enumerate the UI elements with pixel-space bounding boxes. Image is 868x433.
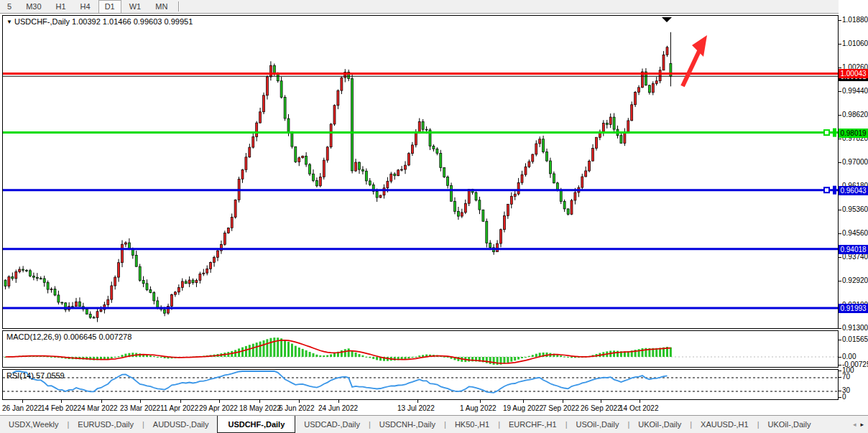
tab-xauusd-h1[interactable]: XAUUSD-,H1 <box>692 416 757 433</box>
time-tick-mark <box>140 400 141 403</box>
rsi-name: RSI(14) <box>6 371 34 380</box>
time-tick-mark <box>101 400 102 403</box>
tab-scroll-left-icon[interactable]: ◂ <box>853 421 857 428</box>
date-label: 19 Aug 2022 <box>503 404 543 412</box>
time-tick-mark <box>640 400 640 403</box>
timeframe-button-w1[interactable]: W1 <box>123 0 148 14</box>
time-tick-mark <box>523 400 524 403</box>
date-label: 1 Aug 2022 <box>460 404 497 412</box>
hline-end-stub[interactable] <box>833 129 836 137</box>
up-arrow-annotation[interactable] <box>683 50 700 86</box>
rsi-axis-label: 0 <box>842 393 846 401</box>
hline-price-badge: 1.00043 <box>839 69 868 78</box>
time-tick-mark <box>480 400 481 403</box>
date-label: 14 Feb 2022 <box>41 404 81 412</box>
axis-tick-mark <box>839 91 841 92</box>
price-tick-label: 0.94560 <box>842 229 868 237</box>
macd-name: MACD(12,26,9) <box>6 332 61 341</box>
time-tick-mark <box>259 400 260 403</box>
time-tick-mark <box>299 400 300 403</box>
tab-usdx-weekly[interactable]: USDX,Weekly <box>0 416 67 433</box>
axis-tick-mark <box>839 371 841 371</box>
time-tick-mark <box>22 400 23 403</box>
time-tick-mark <box>563 400 563 403</box>
date-label: 11 Apr 2022 <box>160 404 198 412</box>
chart-ohlc-values: 1.00392 1.01466 0.99603 0.99951 <box>72 17 193 26</box>
rsi-axis-label: 70 <box>842 373 850 381</box>
axis-tick-mark <box>839 328 841 329</box>
axis-tick-mark <box>839 257 841 258</box>
axis-tick-mark <box>839 115 841 116</box>
price-axis[interactable]: 1.018801.010601.002600.994400.986200.978… <box>839 0 868 433</box>
axis-tick-mark <box>839 20 841 21</box>
date-label: 18 May 2022 <box>239 404 281 412</box>
macd-label: MACD(12,26,9) 0.006645 0.007278 <box>6 332 131 341</box>
date-label: 29 Apr 2022 <box>199 404 238 412</box>
timeframe-button-m30[interactable]: M30 <box>19 0 47 14</box>
date-label: 14 Oct 2022 <box>619 404 658 412</box>
axis-tick-mark <box>839 139 841 139</box>
timeframe-button-h1[interactable]: H1 <box>50 0 73 14</box>
time-tick-mark <box>180 400 181 403</box>
trading-terminal-window: 5M30H1H4D1W1MN ▼ USDCHF-,Daily 1.00392 1… <box>0 0 868 433</box>
chart-symbol-label: USDCHF-,Daily <box>14 17 70 26</box>
axis-tick-mark <box>839 340 841 340</box>
toolbar-separator <box>178 1 180 11</box>
chart-tab-bar: USDX,Weekly|EURUSD-,Daily|AUDUSD-,DailyU… <box>0 415 868 433</box>
axis-tick-mark <box>839 391 841 391</box>
time-tick-mark <box>61 400 62 403</box>
macd-indicator-panel[interactable]: MACD(12,26,9) 0.006645 0.007278 <box>2 330 839 368</box>
price-tick-label: 0.91300 <box>842 324 868 332</box>
chart-dropdown-icon[interactable]: ▼ <box>6 19 12 25</box>
price-tick-label: 0.95360 <box>842 205 868 213</box>
hline-price-badge: 0.91993 <box>839 304 868 313</box>
price-tick-label: 1.01880 <box>842 16 868 24</box>
bar-marker-icon <box>662 17 672 22</box>
date-label: 26 Jan 2022 <box>2 404 42 412</box>
hline-handle[interactable] <box>824 130 829 135</box>
tab-usdchf-daily[interactable]: USDCHF-,Daily <box>217 416 295 433</box>
price-tick-label: 0.99440 <box>842 87 868 95</box>
date-label: 26 Sep 2022 <box>581 404 622 412</box>
timeframe-button-mn[interactable]: MN <box>149 0 174 14</box>
hline-handle[interactable] <box>824 187 829 192</box>
time-tick-mark <box>338 400 339 403</box>
hline-end-stub[interactable] <box>833 186 836 195</box>
axis-tick-mark <box>839 365 841 366</box>
rsi-indicator-panel[interactable]: RSI(14) 57.0559 <box>2 369 839 400</box>
date-label: 24 Jun 2022 <box>318 404 358 412</box>
tab-ukoil-daily[interactable]: UKOil-,Daily <box>760 416 820 433</box>
price-chart-svg[interactable] <box>3 16 838 328</box>
timeframe-button-5[interactable]: 5 <box>1 0 18 14</box>
date-label: 7 Sep 2022 <box>542 404 579 412</box>
tab-ukoil-daily[interactable]: UKOil-,Daily <box>629 416 690 433</box>
rsi-value: 57.0559 <box>36 371 65 380</box>
tab-usdcad-daily[interactable]: USDCAD-,Daily <box>295 416 369 433</box>
date-label: 4 Mar 2022 <box>81 404 118 412</box>
tab-usdcnh-daily[interactable]: USDCNH-,Daily <box>371 416 444 433</box>
date-label: 6 Jun 2022 <box>279 404 315 412</box>
time-axis[interactable]: 26 Jan 202214 Feb 20224 Mar 202223 Mar 2… <box>0 400 839 415</box>
tab-eurchf-h1[interactable]: EURCHF-,H1 <box>500 416 565 433</box>
rsi-svg <box>3 370 838 399</box>
tab-hk50-h1[interactable]: HK50-,H1 <box>446 416 498 433</box>
tab-audusd-daily[interactable]: AUDUSD-,Daily <box>144 416 218 433</box>
hline-price-badge: 0.98019 <box>839 129 868 138</box>
hline-price-badge: 0.94018 <box>839 245 868 254</box>
price-tick-label: 1.01060 <box>842 39 868 47</box>
timeframe-button-h4[interactable]: H4 <box>74 0 97 14</box>
macd-values: 0.006645 0.007278 <box>63 332 131 341</box>
price-tick-label: 0.97000 <box>842 158 868 166</box>
axis-tick-mark <box>839 233 841 234</box>
time-tick-mark <box>601 400 601 403</box>
tab-scroll-right-icon[interactable]: ▸ <box>860 421 864 428</box>
timeframe-button-d1[interactable]: D1 <box>98 0 121 14</box>
axis-tick-mark <box>839 67 841 68</box>
date-label: 13 Jul 2022 <box>397 404 435 412</box>
axis-tick-mark <box>839 377 841 378</box>
tab-usoil-daily[interactable]: USOil-,Daily <box>568 416 628 433</box>
tab-eurusd-daily[interactable]: EURUSD-,Daily <box>69 416 142 433</box>
date-label: 23 Mar 2022 <box>120 404 160 412</box>
main-price-chart[interactable]: ▼ USDCHF-,Daily 1.00392 1.01466 0.99603 … <box>2 15 839 329</box>
axis-tick-mark <box>839 357 841 358</box>
